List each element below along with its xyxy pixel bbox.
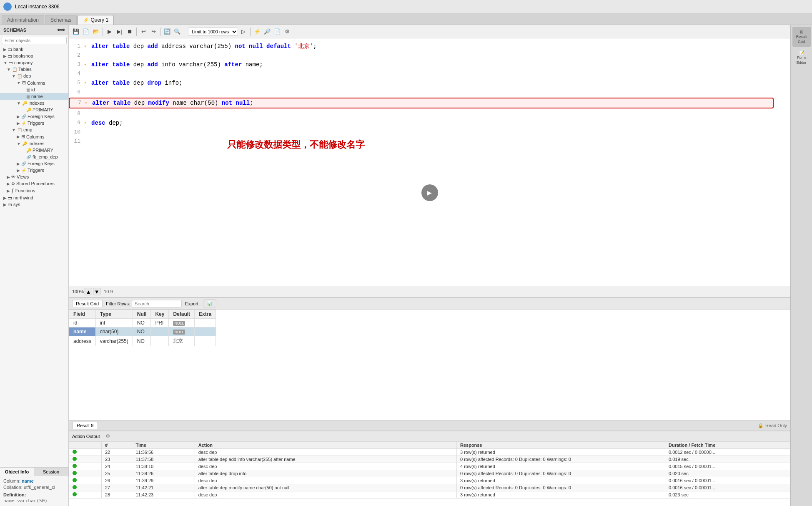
col-header-field: Field bbox=[69, 310, 96, 319]
sidebar-item-emp-primary[interactable]: ▶ PRIMARY bbox=[0, 147, 68, 154]
action-toolbar: Action Output ⚙ bbox=[69, 431, 790, 441]
northwind-label: northwind bbox=[13, 195, 33, 200]
tab-administration[interactable]: Administration bbox=[2, 15, 44, 25]
sidebar-toggle-icon[interactable]: ⟺ bbox=[57, 27, 65, 33]
trigger-icon bbox=[21, 121, 26, 126]
sidebar-item-views[interactable]: ▶ Views bbox=[0, 174, 68, 180]
refresh-btn[interactable]: 🔄 bbox=[163, 27, 172, 36]
action-response-cell: 4 row(s) returned bbox=[457, 463, 665, 470]
sidebar-item-bank[interactable]: ▶ bank bbox=[0, 46, 68, 53]
sidebar-item-northwind[interactable]: ▶ northwind bbox=[0, 194, 68, 201]
bookshop-label: bookshop bbox=[13, 53, 33, 58]
line-content-4 bbox=[90, 69, 790, 78]
open-btn[interactable]: 📂 bbox=[91, 27, 100, 36]
action-data-row[interactable]: 25 11:39:26 alter table dep drop info 0 … bbox=[69, 470, 790, 477]
zoom-down-btn[interactable]: ▼ bbox=[93, 288, 100, 295]
action-data-table: # Time Action Response Duration / Fetch … bbox=[69, 441, 790, 498]
save-btn[interactable]: 💾 bbox=[71, 27, 80, 36]
action-data-row[interactable]: 22 11:36:56 desc dep 3 row(s) returned 0… bbox=[69, 449, 790, 456]
sidebar-item-emp-indexes[interactable]: ▼ Indexes bbox=[0, 140, 68, 147]
zoom-up-btn[interactable]: ▲ bbox=[85, 288, 92, 295]
fk-emp-dep-label: fk_emp_dep bbox=[33, 154, 58, 159]
action-time-cell: 11:39:26 bbox=[132, 470, 195, 477]
result-grid-tab[interactable]: Result Grid bbox=[72, 300, 103, 307]
sidebar-item-functions[interactable]: ▶ Functions bbox=[0, 187, 68, 194]
search-btn[interactable]: 🔎 bbox=[263, 27, 272, 36]
emp-idx-icon bbox=[22, 141, 27, 146]
dep-label: dep bbox=[23, 73, 31, 78]
sidebar-item-dep-columns[interactable]: ▼ ⊞ Columns bbox=[0, 79, 68, 86]
sidebar-item-bookshop[interactable]: ▶ bookshop bbox=[0, 53, 68, 59]
action-data-row[interactable]: 28 11:42:23 desc dep 3 row(s) returned 0… bbox=[69, 491, 790, 498]
sidebar-item-sys[interactable]: ▶ sys bbox=[0, 201, 68, 208]
action-settings-btn[interactable]: ⚙ bbox=[103, 432, 113, 441]
result-grid-panel-btn[interactable]: ⊞ ResultGrid bbox=[792, 27, 811, 47]
tab-query1[interactable]: ⚡ Query 1 bbox=[78, 15, 114, 25]
result-tab-9[interactable]: Result 9 bbox=[72, 422, 98, 429]
line-content-8 bbox=[90, 109, 790, 118]
line-num-7: 7 bbox=[70, 98, 85, 108]
arrow-icon: ▶ bbox=[3, 47, 7, 52]
run-selection-btn[interactable]: ▶| bbox=[115, 27, 124, 36]
sidebar-item-dep-fk[interactable]: ▶ Foreign Keys bbox=[0, 113, 68, 120]
run-btn[interactable]: ▶ bbox=[105, 27, 114, 36]
sidebar-item-dep[interactable]: ▼ dep bbox=[0, 73, 68, 79]
limit-select[interactable]: Limit to 1000 rows bbox=[188, 28, 238, 36]
sidebar-item-company[interactable]: ▼ company bbox=[0, 59, 68, 66]
stop-btn[interactable]: ⏹ bbox=[125, 27, 134, 36]
data-grid[interactable]: Field Type Null Key Default Extra id int bbox=[69, 310, 790, 420]
redo-btn[interactable]: ↪ bbox=[149, 27, 158, 36]
export-button[interactable]: 📊 bbox=[203, 300, 216, 307]
arrow-icon: ▶ bbox=[3, 54, 7, 58]
column-value: name bbox=[22, 478, 34, 483]
dep-icon bbox=[17, 73, 22, 78]
sidebar-item-emp-columns[interactable]: ▶ ⊞ Columns bbox=[0, 133, 68, 140]
line-content-7: alter table dep modify name char(50) not… bbox=[90, 98, 773, 108]
sidebar-item-dep-triggers[interactable]: ▶ Triggers bbox=[0, 120, 68, 126]
sidebar-item-dep-indexes[interactable]: ▼ Indexes bbox=[0, 100, 68, 106]
undo-btn[interactable]: ↩ bbox=[139, 27, 148, 36]
new-file-btn[interactable]: 📄 bbox=[81, 27, 90, 36]
filter-row: Filter Rows: bbox=[106, 300, 182, 307]
editor-area[interactable]: 1 • alter table dep add address varchar(… bbox=[69, 38, 790, 286]
action-col-response: Response bbox=[457, 442, 665, 449]
sidebar-item-dep-primary[interactable]: ▶ PRIMARY bbox=[0, 106, 68, 113]
table-row[interactable]: id int NO PRI NULL bbox=[69, 319, 216, 327]
cell-extra-name bbox=[195, 327, 216, 336]
sidebar-item-tables[interactable]: ▼ Tables bbox=[0, 66, 68, 73]
limit-go-btn[interactable]: ▷ bbox=[239, 27, 248, 36]
dep-indexes-label: Indexes bbox=[28, 101, 45, 106]
action-response-cell: 0 row(s) affected Records: 0 Duplicates:… bbox=[457, 456, 665, 463]
play-button[interactable]: ▶ bbox=[421, 184, 438, 201]
dep-columns-label: Columns bbox=[27, 81, 45, 86]
action-time-cell: 11:36:56 bbox=[132, 449, 195, 456]
table-row[interactable]: address varchar(255) NO 北京 bbox=[69, 336, 216, 346]
doc-btn[interactable]: 📄 bbox=[273, 27, 282, 36]
sidebar-item-dep-col-name[interactable]: ▶ name bbox=[0, 93, 68, 100]
emp-triggers-label: Triggers bbox=[28, 168, 44, 173]
schemas-label: SCHEMAS bbox=[3, 28, 26, 33]
action-data-row[interactable]: 26 11:39:29 desc dep 3 row(s) returned 0… bbox=[69, 477, 790, 484]
action-data-row[interactable]: 24 11:38:10 desc dep 4 row(s) returned 0… bbox=[69, 463, 790, 470]
tab-bar: Administration Schemas ⚡ Query 1 bbox=[0, 13, 812, 25]
sidebar-item-emp-fk[interactable]: ▶ Foreign Keys bbox=[0, 160, 68, 167]
bolt-btn[interactable]: ⚡ bbox=[253, 27, 262, 36]
sidebar-item-stored-procedures[interactable]: ▶ Stored Procedures bbox=[0, 180, 68, 187]
line-num-9: 9 bbox=[69, 118, 84, 128]
explain-btn[interactable]: 🔍 bbox=[173, 27, 182, 36]
filter-rows-input[interactable] bbox=[132, 300, 182, 307]
tab-schemas[interactable]: Schemas bbox=[45, 15, 77, 25]
sidebar-item-fk-emp-dep[interactable]: ▶ fk_emp_dep bbox=[0, 154, 68, 160]
sidebar-tab-object-info[interactable]: Object Info bbox=[0, 468, 34, 476]
filter-input[interactable] bbox=[2, 37, 67, 44]
sidebar-tab-session[interactable]: Session bbox=[34, 468, 68, 476]
table-row[interactable]: name char(50) NO NULL bbox=[69, 327, 216, 336]
line-dot-1: • bbox=[84, 42, 90, 51]
action-data-row[interactable]: 23 11:37:58 alter table dep add info var… bbox=[69, 456, 790, 463]
sidebar-item-emp[interactable]: ▼ emp bbox=[0, 126, 68, 133]
settings-btn[interactable]: ⚙ bbox=[283, 27, 292, 36]
sidebar-item-emp-triggers[interactable]: ▶ Triggers bbox=[0, 167, 68, 174]
action-data-row[interactable]: 27 11:42:21 alter table dep modify name … bbox=[69, 484, 790, 491]
form-editor-panel-btn[interactable]: 📝 FormEditor bbox=[792, 48, 811, 68]
sidebar-item-dep-col-id[interactable]: ▶ id bbox=[0, 86, 68, 93]
